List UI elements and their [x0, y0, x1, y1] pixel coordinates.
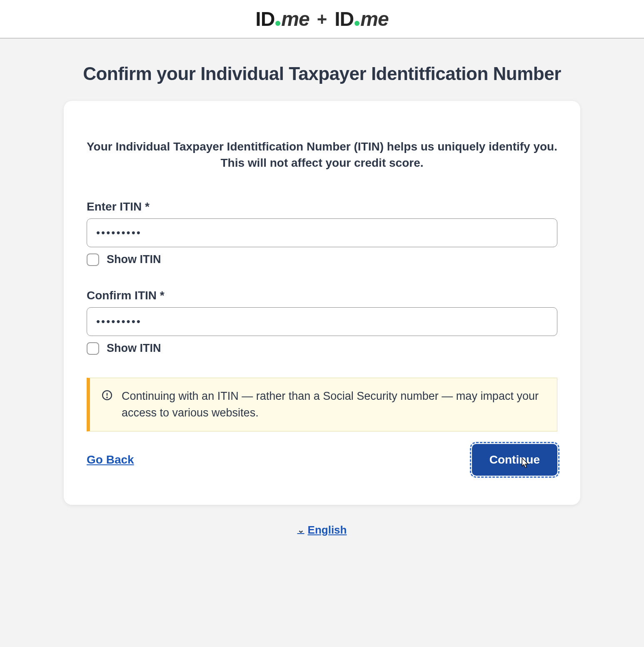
footer: ⌄ English	[64, 524, 580, 537]
continue-button[interactable]: Continue	[472, 444, 557, 476]
show-enter-itin-checkbox[interactable]	[87, 253, 99, 266]
enter-itin-label: Enter ITIN *	[87, 200, 557, 213]
actions-row: Go Back Continue	[87, 444, 557, 476]
show-enter-itin-label: Show ITIN	[107, 253, 161, 266]
svg-point-2	[107, 397, 107, 398]
main-content: Confirm your Individual Taxpayer Identit…	[30, 38, 614, 553]
go-back-link[interactable]: Go Back	[87, 453, 134, 466]
enter-itin-group: Enter ITIN * Show ITIN	[87, 200, 557, 266]
language-label: English	[308, 524, 347, 537]
plus-separator: +	[317, 9, 327, 29]
show-confirm-itin-row: Show ITIN	[87, 342, 557, 355]
idme-logo-right: IDme	[334, 8, 388, 30]
intro-text: Your Individual Taxpayer Identitfication…	[87, 138, 557, 171]
form-card: Your Individual Taxpayer Identitfication…	[64, 101, 580, 505]
language-selector[interactable]: ⌄ English	[297, 524, 347, 537]
logo-id-text: ID	[255, 8, 275, 30]
confirm-itin-input[interactable]	[87, 307, 557, 336]
page-title: Confirm your Individual Taxpayer Identit…	[64, 63, 580, 84]
itin-warning-alert: Continuing with an ITIN — rather than a …	[87, 378, 557, 431]
alert-icon	[102, 390, 112, 402]
header: IDme + IDme	[0, 0, 644, 38]
logo-me-text: me	[281, 8, 309, 30]
confirm-itin-label: Confirm ITIN *	[87, 289, 557, 302]
show-enter-itin-row: Show ITIN	[87, 253, 557, 266]
enter-itin-input[interactable]	[87, 218, 557, 247]
logo-id-text: ID	[334, 8, 354, 30]
show-confirm-itin-label: Show ITIN	[107, 342, 161, 355]
idme-logo-left: IDme	[255, 8, 309, 30]
logo-me-text: me	[360, 8, 388, 30]
show-confirm-itin-checkbox[interactable]	[87, 342, 99, 355]
alert-text: Continuing with an ITIN — rather than a …	[122, 388, 545, 421]
logo-dot-icon	[354, 21, 359, 26]
chevron-down-icon: ⌄	[297, 525, 305, 535]
logo-dot-icon	[275, 21, 280, 26]
confirm-itin-group: Confirm ITIN * Show ITIN	[87, 289, 557, 355]
